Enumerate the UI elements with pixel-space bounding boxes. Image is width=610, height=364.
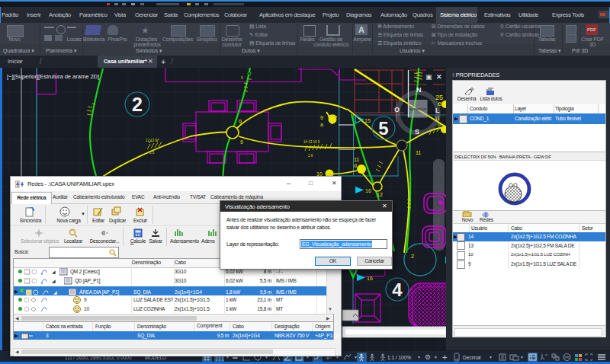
svg-text:2: 2 (132, 94, 143, 115)
svg-text:a: a (320, 122, 323, 127)
svg-text:d: d (354, 163, 357, 168)
svg-text:9: 9 (241, 76, 243, 80)
svg-text:12: 12 (377, 192, 383, 197)
svg-text:14 13 10 9: 14 13 10 9 (303, 140, 320, 144)
svg-text:2: 2 (411, 254, 414, 259)
svg-text:9: 9 (240, 139, 243, 145)
svg-text:5: 5 (378, 118, 388, 139)
svg-text:11: 11 (354, 157, 359, 162)
svg-text:15: 15 (364, 118, 371, 123)
svg-text:O: O (394, 106, 400, 113)
svg-text:16: 16 (367, 276, 373, 281)
svg-text:S: S (415, 128, 419, 136)
svg-text:[−][Superior][Estrutura de ara: [−][Superior][Estrutura de arame 2D] (7, 73, 99, 80)
svg-text:11: 11 (416, 150, 421, 155)
svg-text:q: q (239, 118, 242, 124)
svg-text:4: 4 (392, 279, 403, 300)
svg-text:2,6: 2,6 (308, 154, 313, 158)
svg-text:2,6: 2,6 (149, 151, 155, 155)
svg-text:L: L (435, 107, 440, 114)
svg-text:16: 16 (365, 188, 371, 193)
svg-text:SUPERIOR: SUPERIOR (409, 107, 426, 111)
svg-text:✕: ✕ (436, 73, 442, 81)
svg-text:12 13 9: 12 13 9 (146, 139, 158, 142)
svg-text:9: 9 (320, 115, 323, 120)
svg-text:▣: ▣ (425, 73, 432, 81)
svg-text:N: N (416, 86, 422, 94)
